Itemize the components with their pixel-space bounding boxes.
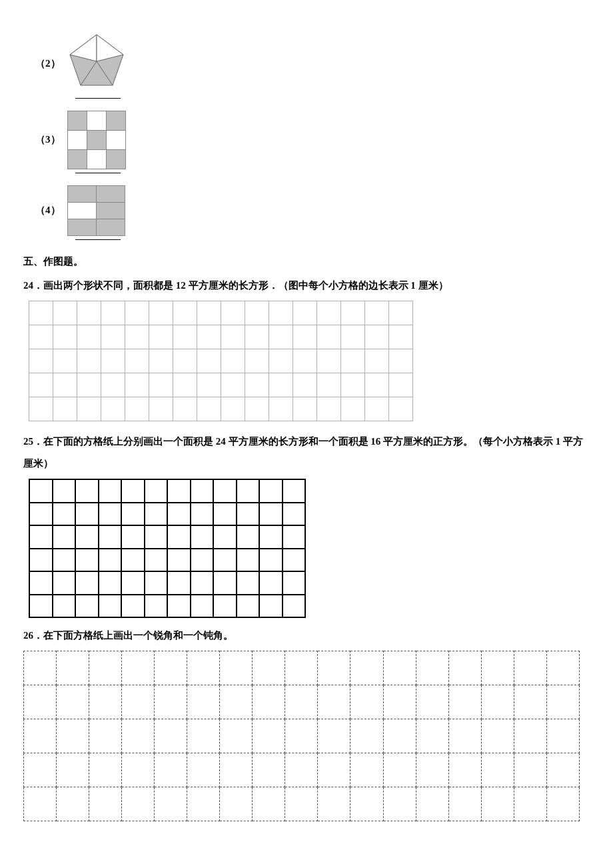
- striped-figure: [67, 185, 125, 236]
- grid-q24: [29, 301, 413, 421]
- section-5-title: 五、作图题。: [23, 252, 590, 271]
- answer-blank-3: [75, 172, 121, 173]
- item-4-row: （4）: [35, 185, 590, 236]
- item-2-label: （2）: [35, 54, 61, 73]
- grid-q25: [29, 479, 306, 618]
- grid-q26: [23, 651, 580, 821]
- item-2-row: （2）: [35, 32, 590, 95]
- item-3-label: （3）: [35, 130, 61, 149]
- question-24: 24．画出两个形状不同，面积都是 12 平方厘米的长方形．（图中每个小方格的边长…: [23, 275, 590, 297]
- checker-3x3-figure: [67, 111, 126, 169]
- answer-blank-2: [75, 97, 121, 99]
- question-25: 25．在下面的方格纸上分别画出一个面积是 24 平方厘米的长方形和一个面积是 1…: [23, 431, 590, 475]
- item-3-row: （3）: [35, 111, 590, 169]
- answer-blank-4: [75, 239, 121, 240]
- item-4-label: （4）: [35, 201, 61, 220]
- question-26: 26．在下面方格纸上画出一个锐角和一个钝角。: [23, 625, 590, 647]
- pentagon-icon: [67, 32, 126, 95]
